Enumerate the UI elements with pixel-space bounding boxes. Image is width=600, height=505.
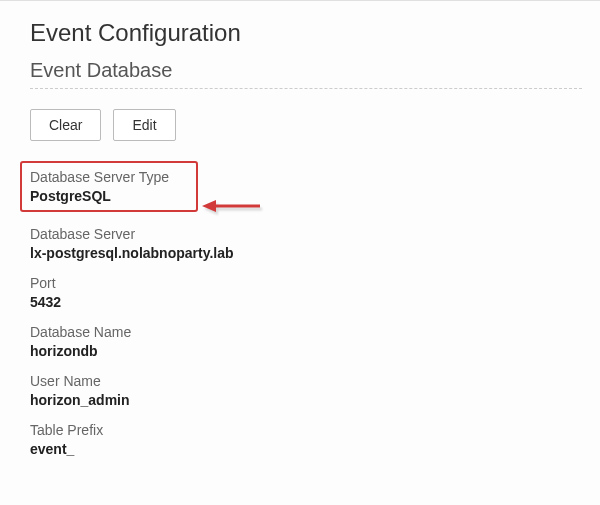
edit-button[interactable]: Edit xyxy=(113,109,175,141)
field-port: Port 5432 xyxy=(30,275,582,310)
field-label: Table Prefix xyxy=(30,422,582,438)
field-value: lx-postgresql.nolabnoparty.lab xyxy=(30,245,582,261)
field-value: PostgreSQL xyxy=(30,188,188,204)
field-value: horizon_admin xyxy=(30,392,582,408)
section-title: Event Database xyxy=(30,59,582,82)
button-row: Clear Edit xyxy=(30,109,582,141)
field-label: Port xyxy=(30,275,582,291)
field-label: Database Name xyxy=(30,324,582,340)
field-value: horizondb xyxy=(30,343,582,359)
field-label: Database Server Type xyxy=(30,169,188,185)
field-label: Database Server xyxy=(30,226,582,242)
field-table-prefix: Table Prefix event_ xyxy=(30,422,582,457)
fields-list: Database Server Type PostgreSQL Database… xyxy=(30,161,582,457)
field-db-server: Database Server lx-postgresql.nolabnopar… xyxy=(30,226,582,261)
field-value: event_ xyxy=(30,441,582,457)
highlight-db-server-type: Database Server Type PostgreSQL xyxy=(20,161,198,212)
field-label: User Name xyxy=(30,373,582,389)
section-divider xyxy=(30,88,582,89)
field-db-name: Database Name horizondb xyxy=(30,324,582,359)
field-db-server-type: Database Server Type PostgreSQL xyxy=(30,169,188,204)
event-configuration-page: Event Configuration Event Database Clear… xyxy=(0,0,600,457)
field-user-name: User Name horizon_admin xyxy=(30,373,582,408)
clear-button[interactable]: Clear xyxy=(30,109,101,141)
field-value: 5432 xyxy=(30,294,582,310)
page-title: Event Configuration xyxy=(30,19,582,47)
